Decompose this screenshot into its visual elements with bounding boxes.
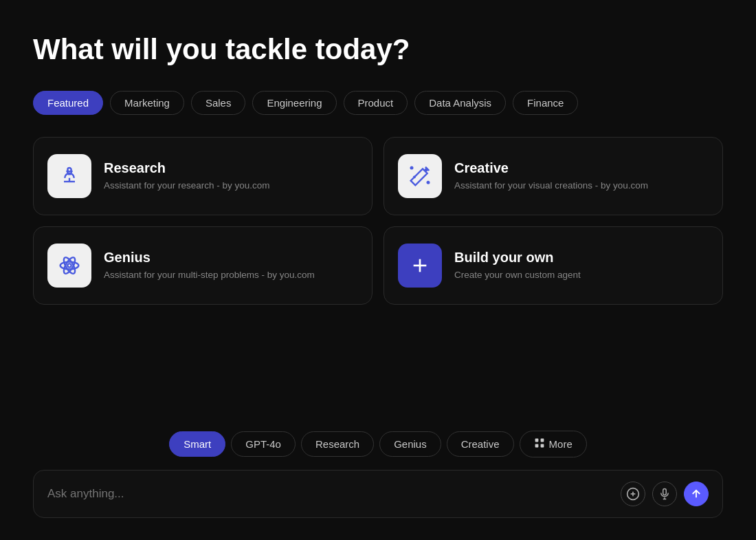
svg-point-4 (67, 264, 71, 268)
svg-rect-10 (535, 439, 538, 442)
page-title: What will you tackle today? (33, 33, 723, 66)
input-actions (621, 482, 709, 506)
category-tab-featured[interactable]: Featured (33, 91, 103, 115)
category-tab-product[interactable]: Product (344, 91, 408, 115)
microscope-icon (47, 154, 91, 198)
add-button[interactable] (621, 482, 645, 506)
agent-name-build-own: Build your own (454, 250, 581, 266)
agent-info-build-own: Build your ownCreate your own custom age… (454, 250, 581, 282)
model-tab-label-creative: Creative (461, 438, 500, 450)
wand-icon (398, 154, 442, 198)
model-tab-genius[interactable]: Genius (379, 431, 441, 457)
category-tab-finance[interactable]: Finance (513, 91, 578, 115)
category-tabs-container: FeaturedMarketingSalesEngineeringProduct… (33, 91, 723, 115)
search-input[interactable] (47, 487, 612, 501)
svg-rect-13 (540, 444, 544, 448)
model-tab-label-more: More (549, 438, 572, 450)
category-tab-data-analysis[interactable]: Data Analysis (414, 91, 506, 115)
agent-info-creative: CreativeAssistant for your visual creati… (454, 160, 648, 193)
mic-button[interactable] (652, 482, 677, 506)
agent-info-research: ResearchAssistant for your research - by… (104, 160, 270, 193)
plus-circle-icon (626, 487, 640, 501)
agent-card-creative[interactable]: CreativeAssistant for your visual creati… (383, 137, 723, 215)
category-tab-engineering[interactable]: Engineering (252, 91, 336, 115)
svg-point-3 (427, 182, 430, 184)
agent-desc-genius: Assistant for your multi-step problems -… (104, 269, 315, 282)
svg-point-0 (67, 168, 71, 171)
agent-name-research: Research (104, 160, 270, 176)
svg-rect-12 (535, 444, 538, 448)
model-tab-smart[interactable]: Smart (169, 431, 225, 457)
plus-icon (409, 255, 431, 277)
agent-info-genius: GeniusAssistant for your multi-step prob… (104, 250, 315, 282)
model-tabs-container: SmartGPT-4oResearchGeniusCreative More (169, 431, 586, 457)
agent-card-build-own[interactable]: Build your ownCreate your own custom age… (383, 226, 723, 305)
agent-name-creative: Creative (454, 160, 648, 176)
model-tab-gpt4o[interactable]: GPT-4o (231, 431, 296, 457)
plus-icon (398, 244, 442, 288)
mic-icon (658, 488, 671, 500)
category-tab-marketing[interactable]: Marketing (110, 91, 184, 115)
category-tab-sales[interactable]: Sales (191, 91, 246, 115)
wand-icon (409, 165, 431, 187)
send-button[interactable] (684, 482, 709, 506)
model-tab-label-research: Research (315, 438, 359, 450)
atom-icon (58, 255, 80, 277)
model-tab-more[interactable]: More (520, 431, 587, 457)
more-grid-icon (534, 438, 545, 451)
agent-desc-research: Assistant for your research - by you.com (104, 180, 270, 193)
svg-point-2 (411, 167, 413, 169)
model-tab-research[interactable]: Research (301, 431, 374, 457)
atom-icon (47, 244, 91, 288)
svg-rect-11 (540, 439, 544, 442)
input-bar (33, 470, 723, 518)
bottom-section: SmartGPT-4oResearchGeniusCreative More (33, 431, 723, 518)
agents-grid: ResearchAssistant for your research - by… (33, 137, 723, 305)
agent-desc-creative: Assistant for your visual creations - by… (454, 180, 648, 193)
model-tab-creative[interactable]: Creative (447, 431, 514, 457)
microscope-icon (58, 165, 80, 187)
svg-rect-17 (663, 489, 667, 495)
model-tab-label-gpt4o: GPT-4o (245, 438, 281, 450)
agent-desc-build-own: Create your own custom agent (454, 269, 581, 282)
agent-card-research[interactable]: ResearchAssistant for your research - by… (33, 137, 373, 215)
agent-card-genius[interactable]: GeniusAssistant for your multi-step prob… (33, 226, 373, 305)
agent-name-genius: Genius (104, 250, 315, 266)
svg-point-1 (425, 169, 427, 171)
model-tab-label-smart: Smart (184, 438, 211, 450)
send-icon (690, 488, 702, 500)
model-tab-label-genius: Genius (394, 438, 427, 450)
